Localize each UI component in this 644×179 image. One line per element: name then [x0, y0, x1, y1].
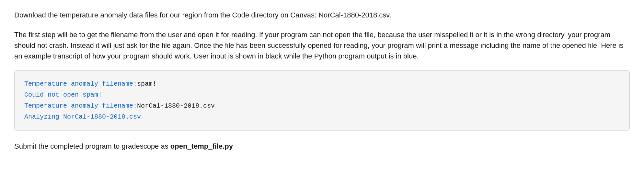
submit-filename: open_temp_file.py: [170, 142, 233, 150]
submit-text-before: Submit the completed program to gradesco…: [14, 142, 170, 150]
submit-paragraph: Submit the completed program to gradesco…: [14, 141, 630, 152]
code-line-4: Analyzing NorCal-1880-2018.csv: [24, 111, 620, 122]
code-block: Temperature anomaly filename:spam! Could…: [14, 70, 630, 131]
code-line-3-black: NorCal-1880-2018.csv: [137, 102, 215, 110]
code-line-1-black: spam!: [137, 80, 156, 88]
intro-paragraph: Download the temperature anomaly data fi…: [14, 10, 630, 20]
code-line-1-blue: Temperature anomaly filename:: [24, 80, 137, 88]
code-line-3-blue: Temperature anomaly filename:: [24, 102, 137, 110]
description-paragraph: The first step will be to get the filena…: [14, 29, 630, 61]
code-line-3: Temperature anomaly filename:NorCal-1880…: [24, 100, 620, 111]
code-line-1: Temperature anomaly filename:spam!: [24, 79, 620, 90]
code-line-2: Could not open spam!: [24, 90, 620, 100]
